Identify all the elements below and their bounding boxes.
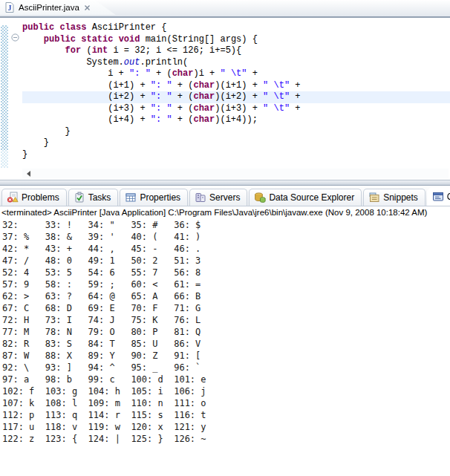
tab-label: Properties (140, 192, 180, 203)
editor-tab-bar: J AsciiPrinter.java (0, 0, 450, 18)
code-line[interactable]: public static void main(String[] args) { (22, 34, 450, 46)
scroll-left-arrow-icon[interactable] (27, 171, 30, 177)
code-line[interactable]: i + ": " + (char)i + " \t" + (22, 68, 450, 80)
tab-label: Console (447, 192, 450, 202)
range-indicator-strip-pale (1, 150, 8, 168)
tab-properties[interactable]: Properties (120, 189, 188, 206)
tab-label: Snippets (383, 192, 418, 203)
code-line[interactable]: public class AsciiPrinter { (22, 22, 450, 34)
editor-horizontal-scrollbar[interactable] (22, 169, 449, 178)
range-indicator-strip (1, 25, 8, 150)
tab-console[interactable]: Console (427, 187, 450, 206)
svg-text:J: J (8, 4, 12, 12)
console-view: <terminated> AsciiPrinter [Java Applicat… (0, 206, 450, 476)
code-editor[interactable]: public class AsciiPrinter { public stati… (0, 18, 450, 180)
code-line[interactable]: (i+2) + ": " + (char)(i+2) + " \t" + (22, 91, 450, 103)
editor-console-sash[interactable] (0, 180, 450, 186)
tasks-icon (74, 192, 85, 203)
bottom-panel-tab-bar: ProblemsTasksPropertiesServersData Sourc… (0, 186, 450, 206)
tab-label: Data Source Explorer (269, 192, 354, 203)
data-source-explorer-icon (254, 192, 266, 203)
code-line[interactable]: (i+1) + ": " + (char)(i+1) + " \t" + (22, 80, 450, 92)
fold-collapse-icon[interactable] (11, 33, 19, 42)
snippets-icon (368, 192, 380, 203)
code-line[interactable]: for (int i = 32; i <= 126; i+=5){ (22, 45, 450, 57)
code-line[interactable]: (i+3) + ": " + (char)(i+3) + " \t" + (22, 103, 450, 115)
tab-snippets[interactable]: Snippets (363, 189, 425, 206)
editor-tab-label: AsciiPrinter.java (19, 3, 79, 12)
eclipse-window: J AsciiPrinter.java public class AsciiPr… (0, 0, 450, 476)
problems-icon (7, 192, 19, 203)
code-line[interactable]: } (22, 126, 450, 138)
tab-servers[interactable]: Servers (189, 189, 247, 206)
tab-label: Problems (22, 192, 59, 203)
code-line[interactable]: } (22, 137, 450, 149)
console-status-line: <terminated> AsciiPrinter [Java Applicat… (0, 206, 450, 218)
servers-icon (195, 192, 206, 203)
editor-tab-asciiprinter[interactable]: J AsciiPrinter.java (0, 0, 116, 15)
tab-data-source-explorer[interactable]: Data Source Explorer (249, 189, 362, 206)
code-area[interactable]: public class AsciiPrinter { public stati… (22, 18, 450, 160)
tab-problems[interactable]: Problems (1, 189, 67, 206)
code-line[interactable]: } (22, 149, 450, 161)
tab-tasks[interactable]: Tasks (68, 189, 119, 206)
console-output[interactable]: 32: 33: ! 34: " 35: # 36: $ 37: % 38: & … (0, 218, 450, 445)
editor-tab-close-icon[interactable] (84, 4, 91, 11)
console-icon (432, 191, 444, 203)
code-line[interactable]: (i+4) + ": " + (char)(i+4)); (22, 114, 450, 126)
code-line[interactable]: System.out.println( (22, 57, 450, 69)
java-file-icon: J (4, 1, 16, 13)
tab-label: Tasks (88, 192, 111, 203)
tab-label: Servers (209, 192, 240, 203)
properties-icon (125, 192, 137, 203)
